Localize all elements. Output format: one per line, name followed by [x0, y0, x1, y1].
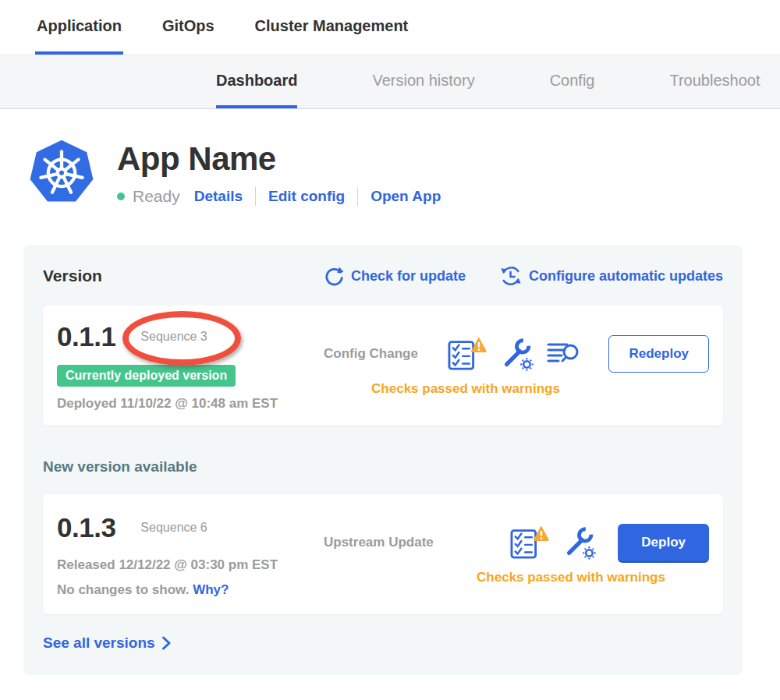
wrench-gear-icon[interactable] [499, 337, 534, 371]
tab-config[interactable]: Config [550, 55, 595, 108]
released-timestamp: Released 12/12/22 @ 03:30 pm EST [57, 557, 316, 573]
sub-nav: Dashboard Version history Config Trouble… [0, 55, 780, 109]
open-app-link[interactable]: Open App [370, 188, 441, 205]
page-title: App Name [117, 140, 441, 178]
tab-gitops[interactable]: GitOps [161, 0, 216, 55]
status-dot-ready [117, 193, 125, 200]
configure-automatic-updates-label: Configure automatic updates [529, 268, 723, 285]
see-all-versions-label: See all versions [43, 635, 155, 652]
available-version-number: 0.1.3 [57, 512, 115, 543]
file-search-icon[interactable] [546, 339, 580, 369]
details-link[interactable]: Details [194, 188, 243, 205]
tab-application[interactable]: Application [35, 0, 123, 55]
available-version-card: 0.1.3 Sequence 6 Released 12/12/22 @ 03:… [43, 494, 723, 614]
schedule-update-icon [500, 265, 522, 287]
why-link[interactable]: Why? [193, 582, 229, 597]
available-version-sequence: Sequence 6 [140, 521, 207, 535]
tab-troubleshoot[interactable]: Troubleshoot [669, 55, 760, 108]
redeploy-button[interactable]: Redeploy [608, 335, 709, 373]
chevron-right-icon [161, 636, 171, 650]
current-version-card: 0.1.1 Sequence 3 Currently deployed vers… [43, 306, 723, 426]
top-nav: Application GitOps Cluster Management [0, 0, 780, 55]
check-for-update-button[interactable]: Check for update [324, 265, 466, 287]
divider [357, 187, 358, 206]
deploy-button[interactable]: Deploy [618, 524, 709, 561]
configure-automatic-updates-button[interactable]: Configure automatic updates [500, 265, 723, 287]
available-version-source: Upstream Update [324, 535, 434, 550]
status-text: Ready [133, 187, 180, 206]
preflight-checklist-warning-icon[interactable] [446, 336, 487, 372]
new-version-heading: New version available [43, 458, 723, 476]
no-changes-text: No changes to show. [57, 582, 189, 597]
tab-version-history[interactable]: Version history [372, 55, 474, 108]
preflight-checklist-warning-icon[interactable] [509, 525, 549, 560]
version-panel: Version Check for update [23, 245, 743, 675]
kubernetes-logo [28, 139, 95, 206]
currently-deployed-badge: Currently deployed version [57, 365, 236, 387]
deployed-timestamp: Deployed 11/10/22 @ 10:48 am EST [57, 396, 316, 412]
tab-cluster-management[interactable]: Cluster Management [254, 0, 410, 55]
wrench-gear-icon[interactable] [562, 525, 596, 560]
app-header: App Name Ready Details Edit config Open … [28, 139, 780, 206]
divider [255, 187, 256, 206]
available-checks-status: Checks passed with warnings [433, 570, 709, 585]
version-panel-title: Version [43, 267, 102, 285]
current-checks-status: Checks passed with warnings [316, 381, 615, 397]
check-for-update-label: Check for update [351, 268, 466, 285]
current-version-number: 0.1.1 [57, 321, 115, 352]
refresh-icon [324, 266, 344, 286]
edit-config-link[interactable]: Edit config [268, 188, 345, 205]
current-version-source: Config Change [324, 346, 418, 362]
current-version-sequence: Sequence 3 [140, 330, 207, 344]
tab-dashboard[interactable]: Dashboard [216, 55, 297, 108]
see-all-versions-link[interactable]: See all versions [43, 635, 171, 652]
